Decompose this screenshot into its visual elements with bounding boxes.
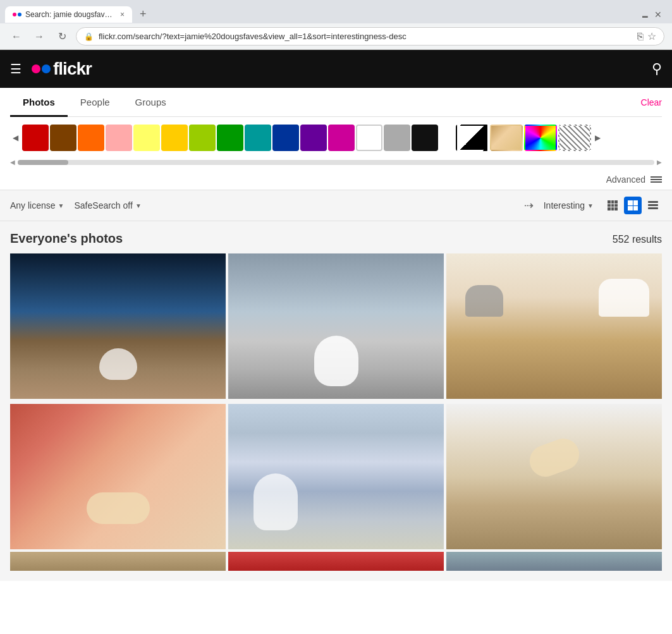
bookmark-button[interactable]: ☆ [647, 30, 656, 42]
browser-chrome: Search: jamie dougsfaves | Flickr × + 🗕 … [0, 0, 672, 50]
grid-small-icon [608, 200, 618, 210]
flickr-dot-blue [42, 64, 51, 73]
photo-item[interactable] [10, 552, 226, 571]
new-tab-button[interactable]: + [135, 5, 152, 23]
reload-button[interactable]: ↻ [53, 28, 71, 46]
sort-dropdown-arrow: ▼ [587, 202, 594, 209]
swatch-yellow-light[interactable] [133, 125, 160, 151]
swatch-white[interactable] [356, 125, 382, 151]
advanced-label: Advanced [606, 174, 645, 185]
photo-item[interactable] [228, 253, 444, 399]
header-search-button[interactable]: ⚲ [652, 61, 662, 77]
url-text: flickr.com/search/?text=jamie%20dougsfav… [99, 32, 632, 41]
filter-bar: Photos People Groups Clear ◀ ▶ ◀ [0, 88, 672, 190]
options-bar: Any license ▼ SafeSearch off ▼ ⇢ Interes… [0, 190, 672, 221]
security-icon: 🔒 [84, 32, 94, 41]
flickr-header: ☰ flickr ⚲ [0, 50, 672, 88]
swatch-magenta[interactable] [328, 125, 355, 151]
view-toggle [604, 197, 662, 214]
swatch-shallow-dof[interactable] [490, 125, 523, 151]
photo-item[interactable] [446, 253, 662, 399]
safesearch-label: SafeSearch off [75, 200, 133, 210]
tab-favicon [13, 13, 21, 16]
photo-item[interactable] [446, 552, 662, 571]
advanced-filter-icon [651, 176, 662, 183]
hamburger-menu-button[interactable]: ☰ [10, 61, 21, 76]
swatch-lime[interactable] [189, 125, 216, 151]
photo-grid [10, 253, 662, 549]
swatch-bw[interactable] [456, 125, 489, 151]
grid-icon [628, 200, 638, 210]
url-actions: ⎘ ☆ [637, 30, 656, 42]
photo-grid-partial [10, 552, 662, 571]
view-grid-small-button[interactable] [604, 197, 621, 214]
clear-button[interactable]: Clear [641, 88, 662, 116]
license-dropdown-arrow: ▼ [58, 202, 64, 209]
safesearch-dropdown[interactable]: SafeSearch off ▼ [75, 200, 142, 210]
view-list-button[interactable] [644, 197, 662, 214]
list-icon [648, 201, 658, 210]
tab-people[interactable]: People [68, 88, 123, 116]
swatch-red[interactable] [22, 125, 49, 151]
scrollbar-track[interactable] [18, 160, 654, 165]
safesearch-dropdown-arrow: ▼ [135, 202, 142, 209]
address-bar: ← → ↻ 🔒 flickr.com/search/?text=jamie%20… [0, 23, 672, 49]
color-swatches-row: ◀ ▶ [10, 117, 662, 159]
swatch-teal[interactable] [245, 125, 271, 151]
favicon-dot-pink [13, 13, 16, 16]
swatch-green[interactable] [217, 125, 243, 151]
photo-item[interactable] [10, 253, 226, 399]
main-content: Everyone's photos 552 results [0, 221, 672, 581]
section-header: Everyone's photos 552 results [10, 231, 662, 246]
section-title: Everyone's photos [10, 231, 123, 246]
window-close-button[interactable]: ✕ [654, 9, 662, 20]
results-count: 552 results [613, 234, 662, 245]
share-button[interactable]: ⇢ [524, 198, 534, 212]
flickr-wordmark: flickr [53, 59, 92, 79]
swatch-pink[interactable] [106, 125, 132, 151]
header-search: ⚲ [652, 61, 662, 77]
share-url-button[interactable]: ⎘ [637, 30, 644, 42]
photo-item[interactable] [228, 404, 444, 549]
swatch-gray[interactable] [384, 125, 410, 151]
swatches-scroll-left[interactable]: ◀ [10, 133, 21, 142]
tab-title: Search: jamie dougsfaves | Flickr [25, 10, 114, 19]
swatch-pattern[interactable] [558, 125, 591, 151]
forward-button[interactable]: → [30, 28, 48, 46]
swatch-colorful[interactable] [524, 125, 557, 151]
tab-bar: Search: jamie dougsfaves | Flickr × + 🗕 … [0, 0, 672, 23]
flickr-dot-pink [32, 64, 40, 73]
tab-controls: 🗕 ✕ [640, 9, 667, 20]
view-grid-button[interactable] [624, 197, 642, 214]
license-label: Any license [10, 200, 56, 210]
sort-label: Interesting [544, 200, 585, 210]
swatch-purple[interactable] [300, 125, 327, 151]
url-bar[interactable]: 🔒 flickr.com/search/?text=jamie%20dougsf… [76, 27, 664, 46]
photo-item[interactable] [446, 404, 662, 549]
scrollbar-thumb[interactable] [18, 160, 68, 165]
flickr-logo: flickr [32, 59, 92, 79]
swatch-orange[interactable] [78, 125, 104, 151]
swatch-blue[interactable] [272, 125, 299, 151]
tab-groups[interactable]: Groups [123, 88, 179, 116]
tab-photos[interactable]: Photos [10, 88, 68, 116]
photo-item[interactable] [228, 552, 444, 571]
favicon-dot-blue [18, 13, 21, 16]
swatches-scroll-right[interactable]: ▶ [592, 133, 603, 142]
swatch-brown[interactable] [50, 125, 76, 151]
color-scrollbar[interactable]: ◀ ▶ [10, 159, 662, 171]
flickr-logo-dots [32, 64, 51, 73]
window-minimize-button[interactable]: 🗕 [640, 9, 649, 20]
search-tabs: Photos People Groups Clear [10, 88, 662, 117]
advanced-row[interactable]: Advanced [10, 171, 662, 190]
license-dropdown[interactable]: Any license ▼ [10, 200, 64, 210]
back-button[interactable]: ← [8, 28, 25, 46]
tab-close-button[interactable]: × [120, 10, 125, 19]
swatch-yellow[interactable] [161, 125, 188, 151]
active-tab[interactable]: Search: jamie dougsfaves | Flickr × [5, 6, 132, 23]
photo-item[interactable] [10, 404, 226, 549]
sort-dropdown[interactable]: Interesting ▼ [544, 200, 594, 210]
swatch-black[interactable] [412, 125, 438, 151]
